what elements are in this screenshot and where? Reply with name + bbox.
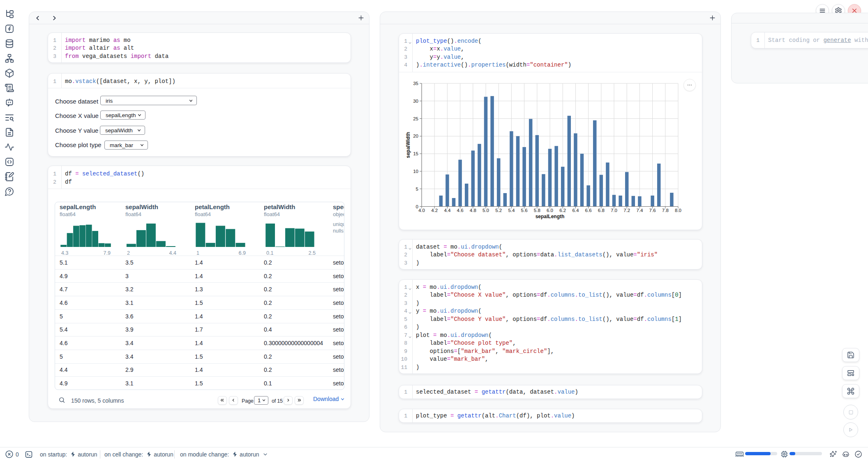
svg-text:30: 30 <box>413 99 418 104</box>
svg-text:20: 20 <box>413 134 418 138</box>
svg-text:25: 25 <box>413 116 418 121</box>
svg-text:4.6: 4.6 <box>457 208 464 213</box>
svg-text:6.4: 6.4 <box>572 208 579 213</box>
svg-text:5.6: 5.6 <box>521 208 528 213</box>
svg-text:7.2: 7.2 <box>623 208 630 213</box>
svg-text:7.6: 7.6 <box>649 208 656 213</box>
svg-text:5.8: 5.8 <box>534 208 540 213</box>
svg-text:4.4: 4.4 <box>444 208 451 213</box>
svg-text:0: 0 <box>416 204 418 209</box>
svg-text:15: 15 <box>413 151 418 156</box>
svg-text:10: 10 <box>413 169 418 174</box>
svg-text:4.0: 4.0 <box>418 208 425 213</box>
svg-text:6.0: 6.0 <box>547 208 553 213</box>
svg-text:5.0: 5.0 <box>482 208 489 213</box>
svg-text:sepalLength: sepalLength <box>536 214 565 219</box>
svg-text:5.4: 5.4 <box>508 208 515 213</box>
svg-text:6.6: 6.6 <box>585 208 592 213</box>
svg-text:35: 35 <box>413 81 418 86</box>
svg-text:7.4: 7.4 <box>636 208 643 213</box>
svg-text:4.2: 4.2 <box>431 208 438 213</box>
svg-text:7.8: 7.8 <box>662 208 669 213</box>
svg-text:7.0: 7.0 <box>611 208 617 213</box>
svg-text:4.8: 4.8 <box>470 208 476 213</box>
svg-text:5: 5 <box>416 187 418 191</box>
svg-text:8.0: 8.0 <box>675 208 681 213</box>
svg-text:sepalWidth: sepalWidth <box>405 132 411 158</box>
svg-text:5.2: 5.2 <box>495 208 502 213</box>
svg-text:6.8: 6.8 <box>598 208 605 213</box>
svg-text:6.2: 6.2 <box>559 208 566 213</box>
